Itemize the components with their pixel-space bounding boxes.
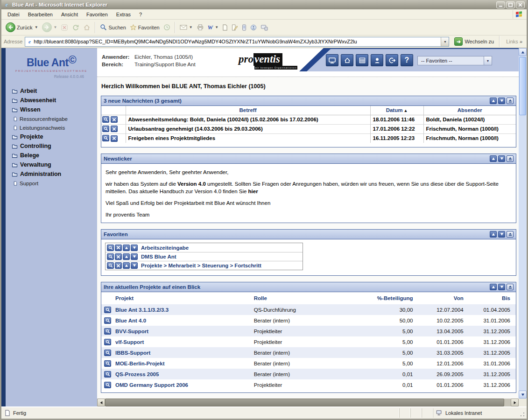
sidebar-item-administration[interactable]: Administration: [12, 169, 97, 179]
favorite-link[interactable]: Projekte > Mehrarbeit > Steuerung > Fort…: [141, 263, 261, 268]
favorite-link[interactable]: DMS Blue Ant: [141, 254, 176, 259]
collapse-icon[interactable]: [507, 231, 514, 238]
address-dropdown-button[interactable]: ▼: [441, 37, 449, 46]
move-up-icon[interactable]: [490, 284, 497, 290]
page-button[interactable]: [220, 23, 230, 32]
magnifier-icon[interactable]: [102, 135, 109, 141]
favorite-link[interactable]: Arbeitszeiteingabe: [141, 245, 189, 251]
project-link[interactable]: IBBS-Support: [113, 347, 252, 358]
horizontal-scrollbar[interactable]: [97, 399, 519, 406]
magnifier-icon[interactable]: [104, 339, 111, 345]
mail-button[interactable]: ▼: [178, 23, 195, 31]
go-button[interactable]: ➜ Wechseln zu: [451, 37, 497, 46]
refresh-button[interactable]: [70, 23, 81, 32]
column-von[interactable]: Von: [419, 292, 469, 304]
project-link[interactable]: BVV-Support: [113, 326, 252, 336]
links-label[interactable]: Links: [506, 39, 518, 44]
column-datum[interactable]: Datum▲: [370, 106, 423, 115]
move-down-icon[interactable]: [131, 245, 138, 251]
menu-item-extras[interactable]: Extras: [112, 10, 135, 19]
column-rolle[interactable]: Rolle: [252, 292, 369, 304]
address-input[interactable]: e http://blueant:8080/psap?SEC_ID=MEBybm…: [25, 37, 449, 47]
move-up-icon[interactable]: [490, 155, 497, 162]
magnifier-icon[interactable]: [102, 116, 109, 123]
resize-grip[interactable]: [519, 408, 525, 418]
sidebar-item-verwaltung[interactable]: Verwaltung: [12, 160, 97, 169]
sidebar-item-wissen[interactable]: Wissen: [12, 105, 97, 114]
phone-button[interactable]: [240, 23, 248, 32]
handbook-link[interactable]: hier: [248, 189, 258, 194]
back-button[interactable]: Zurück▼: [4, 21, 40, 33]
magnifier-icon[interactable]: [104, 360, 111, 367]
sidebar-item-controlling[interactable]: Controlling: [12, 141, 97, 151]
move-up-icon[interactable]: [490, 231, 497, 238]
help-icon[interactable]: ?: [401, 54, 413, 66]
project-link[interactable]: vlf-Support: [113, 336, 252, 347]
sidebar-item-projekte[interactable]: Projekte: [12, 132, 97, 141]
calendar-icon[interactable]: [356, 54, 368, 66]
delete-icon[interactable]: [111, 126, 118, 132]
magnifier-icon[interactable]: [107, 262, 114, 269]
favorites-dropdown[interactable]: -- Favoriten -- ▼: [417, 56, 492, 65]
messenger-button[interactable]: [248, 23, 259, 32]
delete-icon[interactable]: [111, 116, 118, 123]
column-bis[interactable]: Bis: [469, 292, 516, 304]
delete-icon[interactable]: [111, 135, 118, 142]
minimize-button[interactable]: [496, 1, 505, 8]
user-icon[interactable]: [371, 54, 383, 66]
menu-item-bearbeiten[interactable]: Bearbeiten: [24, 10, 57, 19]
history-button[interactable]: [162, 23, 172, 32]
logout-icon[interactable]: [386, 54, 398, 66]
close-button[interactable]: [516, 1, 525, 8]
scroll-right-button[interactable]: [511, 399, 519, 406]
scroll-up-button[interactable]: [519, 48, 527, 56]
magnifier-icon[interactable]: [102, 126, 109, 132]
move-up-icon[interactable]: [123, 245, 130, 251]
menu-item-ansicht[interactable]: Ansicht: [57, 10, 82, 19]
chevron-icon[interactable]: »: [520, 39, 522, 44]
move-up-icon[interactable]: [123, 262, 130, 269]
menu-item-datei[interactable]: Datei: [3, 10, 24, 19]
sidebar-item-arbeit[interactable]: Arbeit: [12, 86, 97, 96]
sidebar-item-support[interactable]: Support: [12, 179, 97, 188]
home-button[interactable]: [81, 23, 92, 32]
move-down-icon[interactable]: [131, 253, 138, 260]
home-icon[interactable]: [341, 54, 353, 66]
monitor-icon[interactable]: [326, 54, 338, 66]
project-link[interactable]: QS-Prozess 2005: [113, 369, 252, 379]
move-down-icon[interactable]: [498, 284, 505, 290]
menu-item-favoriten[interactable]: Favoriten: [82, 10, 112, 19]
devices-button[interactable]: [259, 23, 270, 32]
magnifier-icon[interactable]: [104, 328, 111, 335]
stop-button[interactable]: [59, 23, 70, 32]
delete-icon[interactable]: [115, 262, 122, 269]
scroll-left-button[interactable]: [97, 399, 105, 406]
move-down-icon[interactable]: [498, 231, 505, 238]
move-down-icon[interactable]: [498, 98, 505, 104]
magnifier-icon[interactable]: [104, 382, 111, 388]
project-link[interactable]: Blue Ant 4.0: [113, 315, 252, 326]
magnifier-icon[interactable]: [104, 317, 111, 324]
delete-icon[interactable]: [115, 245, 122, 251]
project-link[interactable]: Blue Ant 3.1.1/3.2/3.3: [113, 304, 252, 315]
sidebar-item-belege[interactable]: Belege: [12, 151, 97, 160]
magnifier-icon[interactable]: [107, 245, 114, 251]
print-button[interactable]: [195, 23, 206, 32]
sidebar-item-leistungsnachweis[interactable]: Leistungsnachweis: [12, 123, 97, 132]
chevron-down-icon[interactable]: ▼: [484, 56, 492, 65]
menu-item-5[interactable]: ?: [135, 10, 146, 19]
project-link[interactable]: MOE-Berlin-Projekt: [113, 358, 252, 369]
sidebar-item-ressourcenfreigabe[interactable]: Ressourcenfreigabe: [12, 114, 97, 123]
maximize-button[interactable]: [506, 1, 515, 8]
collapse-icon[interactable]: [507, 155, 514, 162]
project-link[interactable]: OMD Germany Support 2006: [113, 379, 252, 390]
magnifier-icon[interactable]: [107, 253, 114, 260]
magnifier-icon[interactable]: [104, 371, 111, 378]
move-up-icon[interactable]: [490, 98, 497, 104]
vertical-scrollbar[interactable]: [519, 48, 527, 399]
scrollbar-thumb[interactable]: [519, 57, 526, 115]
edit-button[interactable]: [230, 23, 240, 32]
magnifier-icon[interactable]: [104, 350, 111, 356]
move-down-icon[interactable]: [498, 155, 505, 162]
sidebar-item-abwesenheit[interactable]: Abwesenheit: [12, 96, 97, 105]
